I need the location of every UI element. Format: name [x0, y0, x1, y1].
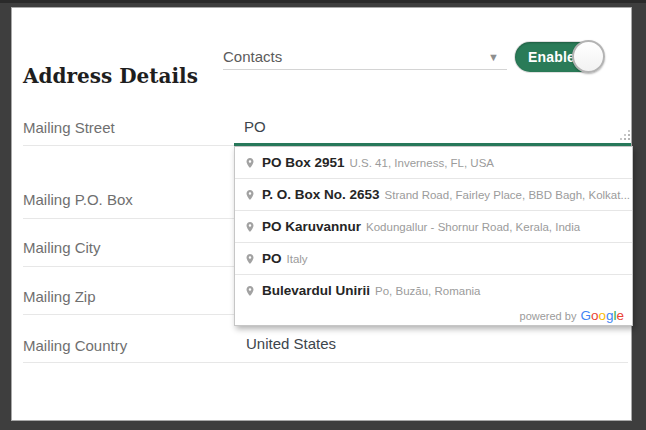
powered-by-google: powered byGoogle — [235, 306, 632, 325]
google-logo-letter: G — [580, 308, 591, 323]
toggle-knob[interactable] — [572, 40, 605, 73]
autocomplete-suggestion[interactable]: PO Karuvannur Kodungallur - Shornur Road… — [235, 211, 632, 243]
field-label-mailing-country: Mailing Country — [23, 337, 127, 354]
suggestion-main-text: P. O. Box No. 2653 — [262, 187, 380, 202]
suggestion-main-text: Bulevardul Unirii — [262, 283, 370, 298]
suggestion-main-text: PO — [262, 251, 282, 266]
module-select[interactable]: Contacts ▼ — [223, 46, 507, 70]
field-label-mailing-po-box: Mailing P.O. Box — [23, 191, 133, 208]
page-title: Address Details — [23, 64, 198, 88]
suggestion-main-text: PO Box 2951 — [262, 155, 345, 170]
autocomplete-suggestion[interactable]: P. O. Box No. 2653 Strand Road, Fairley … — [235, 179, 632, 211]
window-frame-edge — [0, 0, 646, 3]
module-select-value: Contacts — [223, 48, 282, 65]
autocomplete-suggestion[interactable]: Bulevardul Unirii Po, Buzău, Romania — [235, 275, 632, 306]
places-autocomplete-dropdown: PO Box 2951 U.S. 41, Inverness, FL, USA … — [234, 146, 633, 326]
suggestion-secondary-text: Strand Road, Fairley Place, BBD Bagh, Ko… — [385, 189, 630, 201]
field-label-mailing-city: Mailing City — [23, 239, 101, 256]
field-label-mailing-street: Mailing Street — [23, 119, 115, 136]
suggestion-secondary-text: U.S. 41, Inverness, FL, USA — [350, 157, 494, 169]
row-divider — [23, 362, 628, 363]
map-pin-icon — [244, 283, 256, 299]
select-underline — [223, 69, 507, 70]
address-details-panel: Contacts ▼ Enable Address Details Mailin… — [11, 7, 632, 421]
suggestion-secondary-text: Italy — [287, 253, 308, 265]
enable-toggle[interactable]: Enable — [515, 42, 601, 72]
autocomplete-suggestion[interactable]: PO Italy — [235, 243, 632, 275]
street-input-focus-underline — [234, 143, 631, 146]
powered-by-text: powered by — [520, 310, 577, 322]
enable-toggle-label: Enable — [528, 42, 575, 72]
map-pin-icon — [244, 155, 256, 171]
suggestion-secondary-text: Kodungallur - Shornur Road, Kerala, Indi… — [366, 221, 580, 233]
google-logo-letter: e — [616, 308, 624, 323]
map-pin-icon — [244, 219, 256, 235]
suggestion-main-text: PO Karuvannur — [262, 219, 361, 234]
row-divider — [23, 145, 234, 146]
mailing-street-input[interactable]: PO — [244, 118, 266, 135]
map-pin-icon — [244, 187, 256, 203]
google-logo-letter: o — [598, 308, 606, 323]
mailing-country-input[interactable]: United States — [246, 335, 336, 352]
autocomplete-suggestion[interactable]: PO Box 2951 U.S. 41, Inverness, FL, USA — [235, 147, 632, 179]
map-pin-icon — [244, 251, 256, 267]
chevron-down-icon: ▼ — [488, 51, 499, 63]
textarea-resize-grip[interactable] — [618, 128, 632, 142]
field-label-mailing-zip: Mailing Zip — [23, 288, 96, 305]
suggestion-secondary-text: Po, Buzău, Romania — [375, 285, 480, 297]
